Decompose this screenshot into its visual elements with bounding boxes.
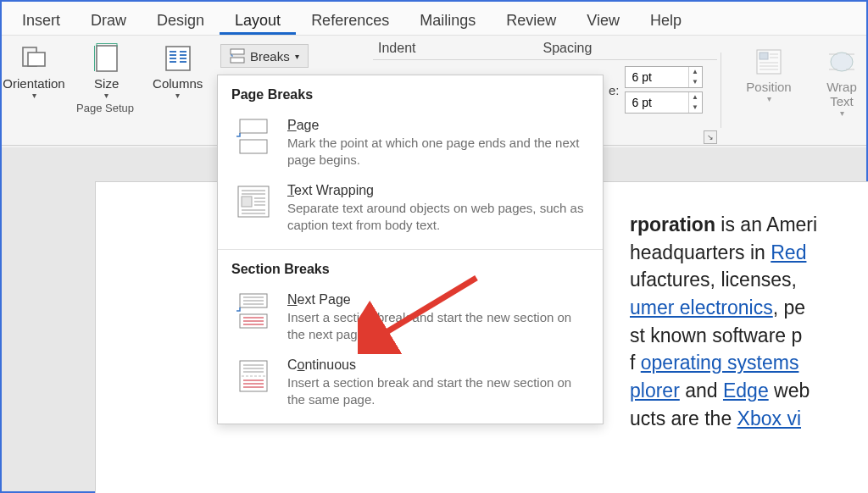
svg-rect-2: [97, 46, 117, 71]
spacing-before-label-fragment: e:: [609, 83, 620, 97]
columns-label: Columns: [153, 76, 203, 91]
text-fragment: headquarters in: [630, 241, 771, 263]
menu-item-title: Next Page: [287, 292, 586, 307]
menu-item-text-wrapping[interactable]: Text Wrapping Separate text around objec…: [231, 176, 589, 241]
breaks-dropdown-button[interactable]: Breaks ▾: [220, 44, 309, 68]
tab-design[interactable]: Design: [142, 5, 220, 35]
size-label: Size: [94, 76, 119, 91]
menu-item-desc: Insert a section break and start the new…: [287, 374, 586, 409]
menu-item-desc: Mark the point at which one page ends an…: [287, 135, 586, 169]
link-edge[interactable]: Edge: [723, 379, 769, 402]
menu-item-desc: Separate text around objects on web page…: [287, 200, 586, 235]
svg-rect-16: [231, 49, 244, 54]
paragraph-dialog-launcher[interactable]: ↘: [704, 130, 717, 144]
link-redmond[interactable]: Red: [771, 241, 806, 263]
spacing-heading: Spacing: [542, 41, 592, 56]
breaks-icon: [230, 48, 245, 64]
spin-down-icon[interactable]: ▼: [689, 77, 702, 87]
svg-rect-19: [760, 53, 768, 59]
indent-heading: Indent: [378, 41, 415, 56]
text-fragment: , pe: [773, 296, 805, 319]
menu-item-page[interactable]: Page Mark the point at which one page en…: [231, 111, 589, 176]
spin-up-icon[interactable]: ▲: [689, 92, 702, 102]
chevron-down-icon: ▾: [295, 52, 299, 61]
text-fragment: and: [680, 379, 723, 402]
spacing-before-value: 6 pt: [626, 70, 688, 84]
size-button[interactable]: Size ▾: [77, 41, 136, 100]
text-fragment: is an Ameri: [715, 213, 817, 235]
orientation-icon: [19, 41, 48, 76]
chevron-down-icon: ▾: [32, 91, 36, 100]
spin-up-icon[interactable]: ▲: [689, 67, 702, 77]
text-fragment: ufactures, licenses,: [630, 269, 797, 291]
tab-references[interactable]: References: [296, 5, 404, 35]
svg-rect-32: [242, 197, 252, 207]
orientation-label: Orientation: [3, 76, 64, 91]
menu-item-title: Page: [287, 118, 586, 133]
columns-button[interactable]: Columns ▾: [148, 41, 208, 100]
spin-down-icon[interactable]: ▼: [689, 102, 702, 113]
spacing-after-spinbox[interactable]: 6 pt ▲▼: [625, 91, 703, 114]
menu-item-desc: Insert a section break and start the new…: [287, 309, 586, 344]
tab-view[interactable]: View: [571, 5, 635, 35]
chevron-down-icon: ▾: [175, 91, 180, 100]
text-wrapping-break-icon: [235, 183, 272, 220]
breaks-label: Breaks: [250, 49, 290, 64]
app-frame: Insert Draw Design Layout References Mai…: [0, 0, 868, 493]
menu-item-next-page[interactable]: Next Page Insert a section break and sta…: [231, 285, 589, 351]
chevron-down-icon: ▾: [104, 91, 108, 100]
columns-icon: [164, 41, 192, 76]
ribbon-tabs: Insert Draw Design Layout References Mai…: [2, 2, 866, 36]
text-fragment: st known software p: [630, 324, 802, 346]
link-explorer[interactable]: plorer: [630, 379, 680, 402]
text-fragment: ucts are the: [630, 407, 737, 429]
position-label: Position: [746, 80, 791, 94]
menu-item-continuous[interactable]: Continuous Insert a section break and st…: [231, 351, 589, 416]
spacing-before-spinbox[interactable]: 6 pt ▲▼: [625, 66, 703, 88]
page-break-icon: [235, 118, 272, 155]
group-label-page-setup: Page Setup: [76, 102, 134, 114]
group-page-setup: Orientation ▾ Size ▾ Columns ▾: [2, 36, 209, 145]
spacing-after-value: 6 pt: [626, 96, 688, 109]
svg-rect-30: [240, 140, 267, 153]
next-page-section-break-icon: [235, 292, 272, 330]
text-bold-fragment: rporation: [630, 213, 715, 235]
menu-item-title: Continuous: [287, 357, 586, 373]
tab-draw[interactable]: Draw: [75, 5, 142, 35]
tab-layout[interactable]: Layout: [220, 5, 296, 35]
breaks-dropdown-menu: Page Breaks Page Mark the point at which…: [217, 75, 604, 424]
wrap-text-icon: [827, 44, 856, 80]
menu-item-title: Text Wrapping: [287, 183, 586, 198]
paragraph-divider: [373, 59, 717, 60]
tab-review[interactable]: Review: [491, 5, 571, 35]
tab-mailings[interactable]: Mailings: [404, 5, 491, 35]
text-fragment: f: [630, 352, 641, 374]
orientation-button[interactable]: Orientation ▾: [3, 41, 64, 100]
wrap-text-label: Wrap Text: [826, 80, 857, 108]
menu-heading-page-breaks: Page Breaks: [231, 87, 589, 102]
svg-rect-1: [28, 53, 45, 66]
document-body-text[interactable]: rporation is an Ameri headquarters in Re…: [630, 211, 868, 432]
text-fragment: web: [769, 379, 810, 402]
link-consumer-electronics[interactable]: umer electronics: [630, 296, 773, 319]
wrap-text-button[interactable]: Wrap Text ▾: [812, 44, 868, 118]
link-operating-systems[interactable]: operating systems: [641, 352, 799, 374]
chevron-down-icon: ▾: [840, 108, 844, 118]
position-icon: [754, 44, 783, 80]
svg-rect-29: [240, 119, 267, 133]
continuous-section-break-icon: [235, 357, 272, 395]
position-button[interactable]: Position ▾: [739, 44, 798, 118]
link-xbox[interactable]: Xbox vi: [737, 407, 801, 429]
group-separator: [721, 53, 721, 128]
menu-heading-section-breaks: Section Breaks: [231, 262, 589, 277]
size-icon: [94, 41, 120, 76]
tab-help[interactable]: Help: [635, 5, 697, 35]
chevron-down-icon: ▾: [767, 94, 771, 103]
tab-insert[interactable]: Insert: [7, 5, 75, 35]
svg-rect-17: [231, 58, 244, 63]
